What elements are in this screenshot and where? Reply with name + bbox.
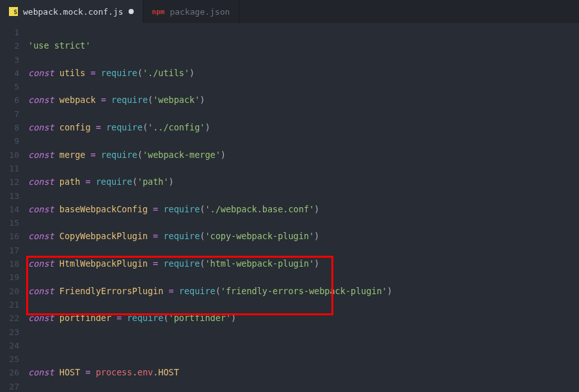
line-number: 2 xyxy=(0,39,19,52)
tab-label: webpack.mock.conf.js xyxy=(23,7,123,17)
line-number: 11 xyxy=(0,162,19,175)
line-number: 23 xyxy=(0,325,19,339)
line-number: 25 xyxy=(0,352,19,366)
line-number-gutter: 1 2 3 4 5 6 7 8 9 10 11 12 13 14 15 16 1… xyxy=(0,23,28,392)
tab-webpack-mock[interactable]: S webpack.mock.conf.js xyxy=(0,0,143,23)
code-line: const config = require('../config') xyxy=(28,121,579,134)
code-line: const baseWebpackConfig = require('./web… xyxy=(28,203,579,216)
line-number: 16 xyxy=(0,230,19,243)
modified-dot-icon xyxy=(129,9,134,14)
line-number: 1 xyxy=(0,26,19,39)
line-number: 20 xyxy=(0,285,19,298)
code-content[interactable]: 'use strict' const utils = require('./ut… xyxy=(28,23,579,392)
code-line: const merge = require('webpack-merge') xyxy=(28,148,579,162)
line-number: 18 xyxy=(0,257,19,270)
line-number: 7 xyxy=(0,107,19,121)
js-file-icon: S xyxy=(9,7,18,16)
line-number: 21 xyxy=(0,298,19,311)
line-number: 14 xyxy=(0,203,19,216)
line-number: 9 xyxy=(0,134,19,148)
code-line: const utils = require('./utils') xyxy=(28,67,579,80)
code-line: const CopyWebpackPlugin = require('copy-… xyxy=(28,230,579,243)
npm-file-icon: npm xyxy=(152,8,165,16)
line-number: 3 xyxy=(0,53,19,67)
line-number: 26 xyxy=(0,366,19,379)
line-number: 5 xyxy=(0,80,19,93)
line-number: 8 xyxy=(0,121,19,134)
line-number: 4 xyxy=(0,67,19,80)
line-number: 13 xyxy=(0,189,19,203)
code-line: 'use strict' xyxy=(28,39,579,52)
line-number: 22 xyxy=(0,311,19,325)
tab-bar: S webpack.mock.conf.js npm package.json xyxy=(0,0,579,23)
tab-package-json[interactable]: npm package.json xyxy=(143,0,240,23)
code-line: const path = require('path') xyxy=(28,175,579,189)
line-number: 19 xyxy=(0,270,19,284)
code-line: const HOST = process.env.HOST xyxy=(28,366,579,379)
code-line: const portfinder = require('portfinder') xyxy=(28,311,579,325)
line-number: 10 xyxy=(0,148,19,162)
code-line: const HtmlWebpackPlugin = require('html-… xyxy=(28,257,579,270)
line-number: 24 xyxy=(0,339,19,352)
tab-label: package.json xyxy=(170,7,230,17)
line-number: 17 xyxy=(0,244,19,257)
code-line: const webpack = require('webpack') xyxy=(28,93,579,107)
line-number: 27 xyxy=(0,380,19,392)
line-number: 6 xyxy=(0,93,19,107)
code-line: const FriendlyErrorsPlugin = require('fr… xyxy=(28,285,579,298)
code-editor[interactable]: 1 2 3 4 5 6 7 8 9 10 11 12 13 14 15 16 1… xyxy=(0,23,579,392)
line-number: 12 xyxy=(0,175,19,189)
code-line xyxy=(28,339,579,352)
line-number: 15 xyxy=(0,216,19,230)
